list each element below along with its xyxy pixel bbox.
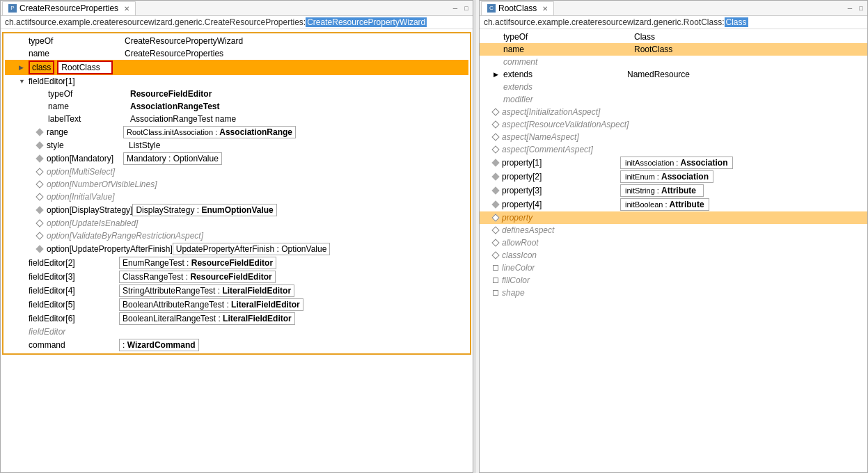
row-fe1-style[interactable]: style ListStyle [5, 139, 468, 152]
rp-row-prop4[interactable]: property[4] initBoolean : Attribute [480, 198, 867, 211]
orange-border-section: typeOf CreateResourcePropertyWizard name… [2, 32, 471, 355]
rp-label-prop1: property[1] [502, 158, 620, 168]
row-fe-empty[interactable]: fieldEditor [5, 326, 468, 338]
rp-label-property: property [502, 213, 624, 223]
label-fe1-labeltext: labelText [48, 114, 125, 124]
rp-row-allowroot[interactable]: allowRoot [480, 236, 867, 249]
row-fe1-validate[interactable]: option[ValidateByRangeRestrictionAspect] [5, 230, 468, 242]
left-window-controls: ─ □ [450, 3, 471, 13]
rp-row-extends2[interactable]: extends [480, 81, 867, 93]
row-fe1-typeof[interactable]: typeOf ResourceFieldEditor [5, 88, 468, 100]
rp-row-extends1[interactable]: ▶ extends NamedResource [480, 68, 867, 81]
row-command[interactable]: command : WizardCommand [5, 338, 468, 352]
rp-diamond-prop1 [491, 159, 499, 166]
row-fe1-labeltext[interactable]: labelText AssociationRangeTest name [5, 113, 468, 125]
right-panel: C RootClass ✕ ─ □ ch.actifsource.example… [479, 0, 868, 473]
rp-label-classicon: classIcon [502, 250, 624, 260]
value-fe1-name: AssociationRangeTest [130, 102, 219, 111]
label-fe4: fieldEditor[4] [29, 286, 119, 296]
diamond-validate [35, 232, 43, 239]
rp-row-prop2[interactable]: property[2] initEnum : Association [480, 170, 867, 184]
value-fe1-mandatory: Mandatory : OptionValue [123, 152, 222, 165]
tab-label-left: CreateResourceProperties [19, 3, 118, 13]
rp-checkbox-linecolor[interactable] [493, 265, 498, 271]
value-fe1-updateprop: UpdatePropertyAfterFinish : OptionValue [173, 243, 331, 255]
value-fe6: BooleanLiteralRangeTest : LiteralFieldEd… [119, 312, 295, 325]
row-fe4[interactable]: fieldEditor[4] StringAttributeRangeTest … [5, 284, 468, 298]
label-command: command [29, 340, 119, 350]
rp-row-fillcolor[interactable]: fillColor [480, 274, 867, 287]
row-fe3[interactable]: fieldEditor[3] ClassRangeTest : Resource… [5, 270, 468, 284]
row-fieldeditor1[interactable]: ▼ fieldEditor[1] [5, 75, 468, 88]
tab-create-resource-properties[interactable]: P CreateResourceProperties ✕ [2, 1, 136, 15]
row-fe1-name[interactable]: name AssociationRangeTest [5, 100, 468, 113]
diamond-mandatory [35, 154, 43, 162]
rp-row-shape[interactable]: shape [480, 287, 867, 299]
rp-icon-extends1[interactable]: ▶ [494, 71, 503, 78]
rp-row-comment[interactable]: comment [480, 56, 867, 68]
icon-class-expand[interactable]: ▶ [19, 64, 29, 71]
minimize-right[interactable]: ─ [845, 3, 855, 13]
label-name: name [29, 49, 119, 58]
rp-diamond-property [491, 214, 499, 221]
row-fe1-initialval[interactable]: option[InitialValue] [5, 191, 468, 203]
rp-row-aspect-name[interactable]: aspect[NameAspect] [480, 131, 867, 143]
label-fe1-updateenabled: option[UpdateIsEnabled] [47, 218, 138, 228]
rp-row-prop1[interactable]: property[1] initAssociation : Associatio… [480, 156, 867, 170]
breadcrumb-highlight-right: Class [725, 17, 748, 27]
row-name[interactable]: name CreateResourceProperties [5, 47, 468, 60]
icon-fe1-expand[interactable]: ▼ [19, 78, 29, 85]
rp-row-typeof[interactable]: typeOf Class [480, 31, 867, 43]
diamond-initialval [35, 193, 43, 200]
row-fe1-multiselect[interactable]: option[MultiSelect] [5, 166, 468, 178]
row-fe1-numvisible[interactable]: option[NumberOfVisibleLines] [5, 178, 468, 191]
rp-row-prop3[interactable]: property[3] initString : Attribute [480, 184, 867, 198]
rp-checkbox-fillcolor[interactable] [493, 278, 498, 283]
right-breadcrumb: ch.actifsource.example.createresourcewiz… [480, 16, 867, 29]
rp-diamond-prop4 [491, 200, 499, 208]
rp-label-prop4: property[4] [502, 200, 620, 209]
rp-row-property[interactable]: property [480, 211, 867, 224]
value-class: RootClass [61, 63, 100, 72]
rp-label-prop3: property[3] [502, 186, 620, 195]
value-fe1-typeof: ResourceFieldEditor [130, 89, 212, 99]
rp-label-comment: comment [503, 57, 629, 67]
rp-checkbox-shape[interactable] [493, 290, 498, 296]
row-fe1-range[interactable]: range RootClass.initAssociation : Associ… [5, 125, 468, 139]
tab-close-left[interactable]: ✕ [124, 5, 129, 13]
rp-row-aspect-comment[interactable]: aspect[CommentAspect] [480, 143, 867, 156]
rp-row-aspect-init[interactable]: aspect[InitializationAspect] [480, 106, 867, 118]
row-fe5[interactable]: fieldEditor[5] BooleanAttributeRangeTest… [5, 298, 468, 312]
rp-row-aspect-rva[interactable]: aspect[ResourceValidationAspect] [480, 118, 867, 131]
rp-row-modifier[interactable]: modifier [480, 93, 867, 106]
row-fe1-updateenabled[interactable]: option[UpdateIsEnabled] [5, 217, 468, 230]
rp-row-classicon[interactable]: classIcon [480, 249, 867, 262]
row-class[interactable]: ▶ class RootClass [5, 60, 468, 75]
value-fe1-style: ListStyle [129, 141, 160, 150]
diamond-multiselect [35, 168, 43, 175]
rp-label-aspect-comment: aspect[CommentAspect] [502, 145, 624, 154]
rp-label-linecolor: lineColor [502, 263, 624, 273]
row-fe6[interactable]: fieldEditor[6] BooleanLiteralRangeTest :… [5, 312, 468, 326]
rp-value-prop2: initEnum : Association [620, 170, 713, 183]
rp-value-typeof: Class [634, 32, 655, 42]
tab-rootclass[interactable]: C RootClass ✕ [481, 1, 554, 15]
rp-label-aspect-init: aspect[InitializationAspect] [502, 107, 624, 117]
breadcrumb-path-left: ch.actifsource.example.createresourcewiz… [5, 17, 306, 27]
maximize-left[interactable]: □ [461, 3, 471, 13]
rp-row-definesaspect[interactable]: definesAspect [480, 224, 867, 236]
rp-label-aspect-name: aspect[NameAspect] [502, 132, 624, 142]
row-fe1-updateprop[interactable]: option[UpdatePropertyAfterFinish] Update… [5, 242, 468, 256]
row-fe2[interactable]: fieldEditor[2] EnumRangeTest : ResourceF… [5, 256, 468, 270]
panel-splitter[interactable] [473, 0, 476, 473]
rp-row-linecolor[interactable]: lineColor [480, 262, 867, 274]
minimize-left[interactable]: ─ [450, 3, 460, 13]
tab-close-right[interactable]: ✕ [542, 5, 548, 13]
row-fe1-displaystrat[interactable]: option[DisplayStrategy] DisplayStrategy … [5, 203, 468, 217]
row-fe1-mandatory[interactable]: option[Mandatory] Mandatory : OptionValu… [5, 152, 468, 166]
maximize-right[interactable]: □ [856, 3, 866, 13]
rp-diamond-definesaspect [491, 226, 499, 234]
diamond-updateenabled [35, 219, 43, 227]
rp-row-name[interactable]: name RootClass [480, 43, 867, 56]
row-typeof[interactable]: typeOf CreateResourcePropertyWizard [5, 35, 468, 47]
